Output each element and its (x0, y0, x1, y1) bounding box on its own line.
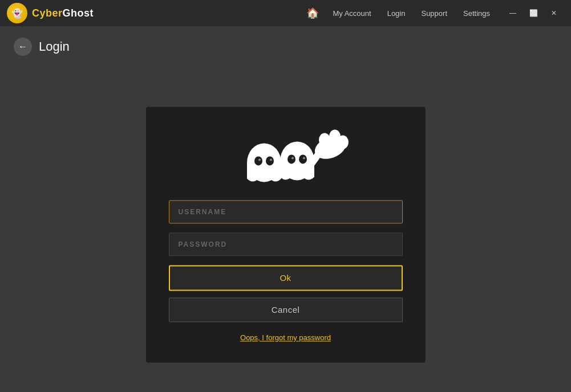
close-button[interactable]: ✕ (544, 5, 564, 22)
nav-home-icon[interactable]: 🏠 (301, 7, 325, 19)
ghost-mascot (223, 124, 349, 186)
page-header: ← Login (14, 38, 557, 56)
svg-point-5 (270, 158, 272, 161)
username-input[interactable] (169, 200, 403, 223)
page-title: Login (39, 39, 70, 54)
username-group (169, 200, 403, 223)
nav-support[interactable]: Support (413, 0, 455, 26)
password-input[interactable] (169, 232, 403, 256)
forgot-password-link[interactable]: Oops, I forgot my password (240, 333, 331, 342)
nav-links: 🏠 My Account Login Support Settings (301, 0, 498, 26)
svg-point-2 (254, 156, 262, 165)
svg-point-15 (337, 135, 349, 149)
back-button[interactable]: ← (14, 38, 32, 56)
svg-point-10 (291, 157, 294, 159)
nav-login[interactable]: Login (379, 0, 414, 26)
nav-settings[interactable]: Settings (455, 0, 498, 26)
mascot-svg (223, 124, 349, 186)
svg-point-8 (287, 154, 295, 164)
svg-point-11 (303, 157, 305, 159)
svg-point-3 (266, 156, 274, 165)
back-icon: ← (18, 42, 27, 52)
minimize-button[interactable]: — (503, 5, 523, 22)
logo-text: CyberGhost (32, 7, 94, 19)
logo-icon: 👻 (7, 3, 27, 23)
svg-point-9 (299, 154, 307, 164)
cancel-button[interactable]: Cancel (169, 297, 403, 322)
ok-button[interactable]: Ok (169, 265, 403, 291)
nav-my-account[interactable]: My Account (325, 0, 379, 26)
logo-area: 👻 CyberGhost (7, 3, 94, 23)
password-group (169, 232, 403, 256)
maximize-button[interactable]: ⬜ (523, 5, 544, 22)
titlebar: 👻 CyberGhost 🏠 My Account Login Support … (0, 0, 571, 26)
login-card: Ok Cancel Oops, I forgot my password (146, 107, 426, 362)
window-controls: — ⬜ ✕ (503, 5, 564, 22)
page-content: ← Login (0, 26, 571, 392)
svg-point-4 (258, 158, 261, 161)
